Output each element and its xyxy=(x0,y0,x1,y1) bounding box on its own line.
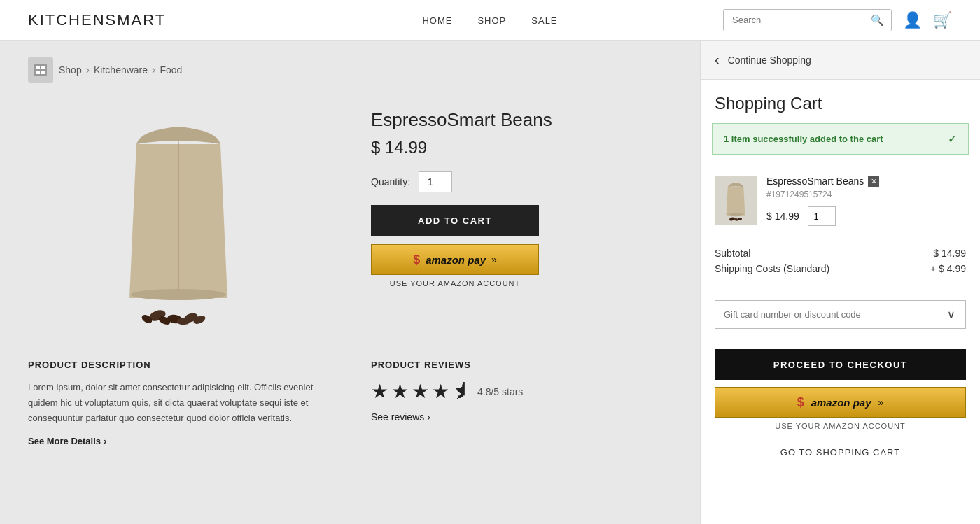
discount-apply-button[interactable]: ∨ xyxy=(937,301,965,328)
cart-item-name: EspressoSmart Beans ✕ xyxy=(766,176,966,187)
cart-item-bag-svg xyxy=(718,179,753,221)
main-container: Shop › Kitchenware › Food xyxy=(0,41,980,524)
breadcrumb-icon xyxy=(28,57,53,83)
product-description: PRODUCT DESCRIPTION Lorem ipsum, dolor s… xyxy=(28,360,329,446)
amazon-chevrons: » xyxy=(491,254,497,265)
shipping-row: Shipping Costs (Standard) + $ 4.99 xyxy=(715,263,966,274)
main-nav: HOME SHOP SALE xyxy=(422,14,557,27)
description-heading: PRODUCT DESCRIPTION xyxy=(28,360,329,370)
nav-shop[interactable]: SHOP xyxy=(477,14,506,27)
product-image xyxy=(80,102,276,326)
success-banner: 1 Item successfully added to the cart ✓ xyxy=(712,123,969,155)
remove-item-button[interactable]: ✕ xyxy=(868,176,879,187)
star-3: ★ xyxy=(412,380,429,403)
cart-item-image xyxy=(715,176,757,225)
cart-panel: ‹ Continue Shopping Shopping Cart 1 Item… xyxy=(700,41,980,524)
description-text: Lorem ipsum, dolor sit amet consectetur … xyxy=(28,380,329,426)
cart-item-sku: #1971249515724 xyxy=(766,190,966,199)
go-to-cart-link[interactable]: GO TO SHOPPING CART xyxy=(701,439,980,472)
svg-point-15 xyxy=(729,217,735,221)
cart-amazon-pay-logo: amazon pay xyxy=(811,397,872,409)
breadcrumb-text: Shop › Kitchenware › Food xyxy=(59,64,182,76)
search-box: 🔍 xyxy=(723,9,892,31)
product-image-area xyxy=(28,102,329,326)
bottom-section: PRODUCT DESCRIPTION Lorem ipsum, dolor s… xyxy=(28,360,672,446)
svg-rect-1 xyxy=(36,66,40,69)
product-reviews: PRODUCT REVIEWS ★ ★ ★ ★ ⯨ 4.8/5 stars Se… xyxy=(371,360,672,446)
discount-input[interactable] xyxy=(715,301,937,328)
cart-amazon-pay-button[interactable]: $ amazon pay » xyxy=(715,387,966,418)
cart-item-quantity[interactable] xyxy=(808,206,836,226)
star-half: ⯨ xyxy=(452,380,472,403)
see-reviews-chevron: › xyxy=(427,411,430,423)
amazon-pay-logo: amazon pay xyxy=(426,254,486,266)
add-to-cart-button[interactable]: ADD TO CART xyxy=(371,205,539,236)
subtotal-row: Subtotal $ 14.99 xyxy=(715,248,966,259)
quantity-row: Quantity: xyxy=(371,171,672,192)
svg-rect-0 xyxy=(34,64,47,76)
svg-point-6 xyxy=(131,289,226,300)
product-price: $ 14.99 xyxy=(371,138,672,157)
success-text: 1 Item successfully added to the cart xyxy=(724,134,883,144)
header: KitchenSmart HOME SHOP SALE 🔍 👤 🛒 xyxy=(0,0,980,41)
shipping-value: + $ 4.99 xyxy=(930,263,966,274)
check-icon: ✓ xyxy=(948,132,957,146)
star-4: ★ xyxy=(432,380,449,403)
star-1: ★ xyxy=(371,380,388,403)
amazon-pay-label: USE YOUR AMAZON ACCOUNT xyxy=(371,279,539,288)
subtotal-label: Subtotal xyxy=(715,248,750,259)
see-more-link[interactable]: See More Details › xyxy=(28,436,329,446)
home-icon xyxy=(33,62,48,78)
see-more-chevron: › xyxy=(104,436,106,446)
product-area: Shop › Kitchenware › Food xyxy=(0,41,700,524)
nav-sale[interactable]: SALE xyxy=(531,14,557,27)
cart-title: Shopping Cart xyxy=(701,80,980,123)
header-right: 🔍 👤 🛒 xyxy=(723,9,952,31)
breadcrumb: Shop › Kitchenware › Food xyxy=(28,57,672,83)
nav-home[interactable]: HOME xyxy=(422,14,452,27)
continue-shopping-label[interactable]: Continue Shopping xyxy=(728,55,811,66)
breadcrumb-food[interactable]: Food xyxy=(160,64,182,76)
svg-point-14 xyxy=(727,213,745,217)
quantity-label: Quantity: xyxy=(371,176,410,187)
cart-item-price-row: $ 14.99 xyxy=(766,206,966,226)
checkout-button[interactable]: PROCEED TO CHECKOUT xyxy=(715,349,966,380)
cart-amazon-label: USE YOUR AMAZON ACCOUNT xyxy=(715,422,966,430)
reviews-heading: PRODUCT REVIEWS xyxy=(371,360,672,370)
amazon-pay-button[interactable]: $ amazon pay » xyxy=(371,244,539,275)
cart-totals: Subtotal $ 14.99 Shipping Costs (Standar… xyxy=(701,236,980,290)
quantity-input[interactable] xyxy=(419,171,452,192)
user-icon[interactable]: 👤 xyxy=(903,11,922,29)
see-reviews-link[interactable]: See reviews › xyxy=(371,411,672,423)
amazon-logo-s: $ xyxy=(413,253,420,267)
subtotal-value: $ 14.99 xyxy=(933,248,966,259)
svg-rect-4 xyxy=(41,71,45,74)
search-input[interactable] xyxy=(724,10,864,29)
breadcrumb-shop[interactable]: Shop xyxy=(59,64,82,76)
cart-item-price: $ 14.99 xyxy=(766,211,799,222)
breadcrumb-chevron-1: › xyxy=(86,64,90,76)
cart-item: EspressoSmart Beans ✕ #1971249515724 $ 1… xyxy=(701,166,980,236)
rating-text: 4.8/5 stars xyxy=(477,386,523,397)
star-2: ★ xyxy=(391,380,409,403)
discount-input-row: ∨ xyxy=(715,300,966,329)
product-title: EspressoSmart Beans xyxy=(371,109,672,131)
svg-rect-3 xyxy=(36,71,40,74)
product-bag-svg xyxy=(80,102,276,326)
search-icon: 🔍 xyxy=(871,14,884,27)
shipping-label: Shipping Costs (Standard) xyxy=(715,263,830,274)
back-arrow[interactable]: ‹ xyxy=(715,52,720,68)
cart-icon[interactable]: 🛒 xyxy=(933,11,952,29)
svg-point-16 xyxy=(734,218,738,221)
cart-header-bar: ‹ Continue Shopping xyxy=(701,41,980,80)
site-logo[interactable]: KitchenSmart xyxy=(28,11,166,29)
cart-amazon-chevrons: » xyxy=(878,397,884,408)
breadcrumb-kitchenware[interactable]: Kitchenware xyxy=(94,64,148,76)
product-details: EspressoSmart Beans $ 14.99 Quantity: AD… xyxy=(371,102,672,326)
discount-section: ∨ xyxy=(701,290,980,339)
search-button[interactable]: 🔍 xyxy=(864,10,891,31)
stars-row: ★ ★ ★ ★ ⯨ 4.8/5 stars xyxy=(371,380,672,403)
cart-amazon-logo-s: $ xyxy=(797,395,804,410)
svg-rect-2 xyxy=(41,66,45,69)
cart-item-info: EspressoSmart Beans ✕ #1971249515724 $ 1… xyxy=(766,176,966,226)
